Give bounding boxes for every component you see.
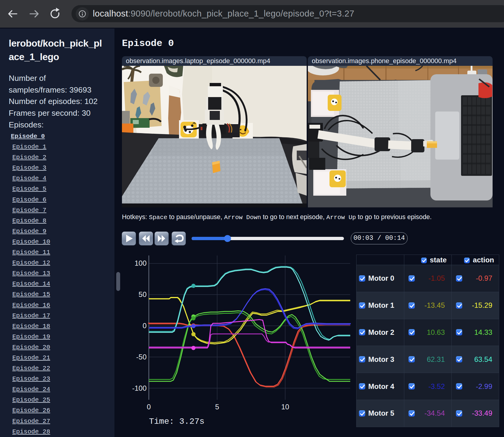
- svg-text:-100: -100: [132, 384, 147, 392]
- svg-text:50: 50: [138, 290, 147, 298]
- svg-text:10: 10: [281, 403, 289, 411]
- svg-text:0: 0: [147, 403, 151, 411]
- svg-text:100: 100: [135, 259, 147, 267]
- svg-text:5: 5: [215, 403, 219, 411]
- svg-text:-50: -50: [136, 353, 147, 361]
- svg-text:0: 0: [143, 322, 147, 330]
- svg-text:Time: 3.27s: Time: 3.27s: [149, 417, 205, 426]
